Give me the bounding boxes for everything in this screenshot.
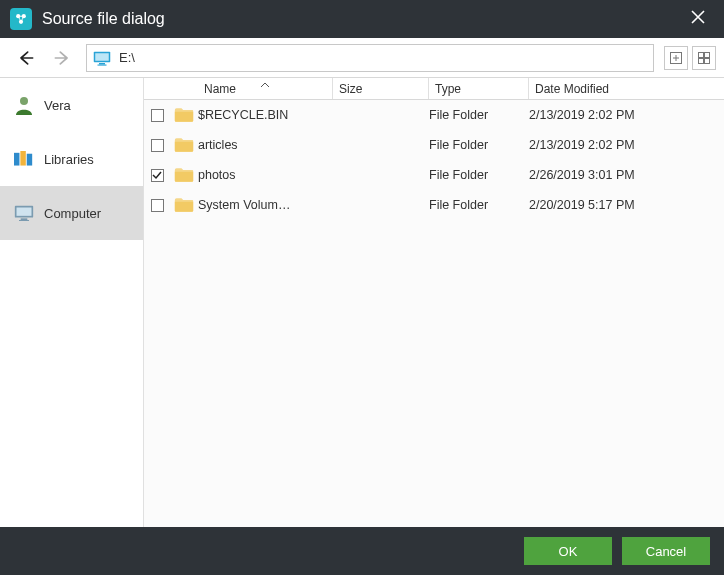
row-checkbox[interactable]	[151, 169, 164, 182]
row-name: $RECYCLE.BIN	[198, 108, 333, 122]
row-type: File Folder	[429, 168, 529, 182]
column-header-checkbox[interactable]	[144, 78, 170, 99]
sidebar-item-computer[interactable]: Computer	[0, 186, 143, 240]
cancel-button[interactable]: Cancel	[622, 537, 710, 565]
svg-rect-6	[98, 64, 107, 65]
row-date: 2/26/2019 3:01 PM	[529, 168, 724, 182]
monitor-icon	[14, 204, 34, 222]
folder-icon	[170, 107, 198, 123]
svg-rect-11	[705, 58, 710, 63]
folder-icon	[170, 167, 198, 183]
row-type: File Folder	[429, 108, 529, 122]
view-mode-button[interactable]	[692, 46, 716, 70]
row-name: articles	[198, 138, 333, 152]
column-header-label: Type	[435, 82, 461, 96]
arrow-right-icon	[52, 48, 72, 68]
svg-point-12	[20, 97, 28, 105]
column-header-label: Date Modified	[535, 82, 609, 96]
svg-rect-10	[699, 58, 704, 63]
svg-rect-4	[95, 53, 109, 61]
sidebar-item-vera[interactable]: Vera	[0, 78, 143, 132]
nav-back-button[interactable]	[12, 44, 40, 72]
folder-icon	[170, 197, 198, 213]
dialog-footer: OK Cancel	[0, 527, 724, 575]
title-bar: Source file dialog	[0, 0, 724, 38]
column-header-name[interactable]: Name	[198, 78, 333, 99]
row-checkbox-cell	[144, 109, 170, 122]
file-list-pane: Name Size Type Date Modified $RECYCLE.BI…	[144, 78, 724, 527]
close-button[interactable]	[682, 10, 714, 28]
sidebar-item-label: Libraries	[44, 152, 94, 167]
column-header-label: Size	[339, 82, 362, 96]
row-checkbox-cell	[144, 199, 170, 212]
dialog-window: Source file dialog E:\	[0, 0, 724, 575]
nav-toolbar: E:\	[0, 38, 724, 78]
svg-rect-9	[705, 52, 710, 57]
row-name: System Volum…	[198, 198, 333, 212]
nav-forward-button[interactable]	[48, 44, 76, 72]
monitor-icon	[93, 51, 111, 65]
svg-rect-5	[99, 63, 105, 65]
row-name: photos	[198, 168, 333, 182]
svg-rect-17	[17, 207, 32, 215]
row-checkbox[interactable]	[151, 199, 164, 212]
column-header-icon	[170, 78, 198, 99]
column-header-row: Name Size Type Date Modified	[144, 78, 724, 100]
plus-box-icon	[670, 52, 682, 64]
svg-rect-19	[19, 220, 29, 221]
table-row[interactable]: System Volum…File Folder2/20/2019 5:17 P…	[144, 190, 724, 220]
row-checkbox[interactable]	[151, 139, 164, 152]
libraries-icon	[14, 150, 34, 168]
row-date: 2/13/2019 2:02 PM	[529, 108, 724, 122]
row-checkbox-cell	[144, 139, 170, 152]
sidebar-item-label: Computer	[44, 206, 101, 221]
svg-rect-18	[21, 218, 28, 220]
sidebar-item-libraries[interactable]: Libraries	[0, 132, 143, 186]
table-row[interactable]: photosFile Folder2/26/2019 3:01 PM	[144, 160, 724, 190]
column-header-type[interactable]: Type	[429, 78, 529, 99]
row-type: File Folder	[429, 138, 529, 152]
svg-rect-13	[14, 153, 19, 166]
column-header-label: Name	[204, 82, 236, 96]
ok-button[interactable]: OK	[524, 537, 612, 565]
row-date: 2/20/2019 5:17 PM	[529, 198, 724, 212]
arrow-left-icon	[16, 48, 36, 68]
path-input[interactable]: E:\	[86, 44, 654, 72]
row-checkbox-cell	[144, 169, 170, 182]
table-row[interactable]: $RECYCLE.BINFile Folder2/13/2019 2:02 PM	[144, 100, 724, 130]
user-icon	[14, 96, 34, 114]
sort-ascending-icon	[260, 77, 270, 91]
svg-rect-14	[20, 151, 25, 166]
row-type: File Folder	[429, 198, 529, 212]
column-header-date[interactable]: Date Modified	[529, 78, 724, 99]
folder-icon	[170, 137, 198, 153]
sidebar-item-label: Vera	[44, 98, 71, 113]
grid-view-icon	[698, 52, 710, 64]
table-row[interactable]: articlesFile Folder2/13/2019 2:02 PM	[144, 130, 724, 160]
column-header-size[interactable]: Size	[333, 78, 429, 99]
row-checkbox[interactable]	[151, 109, 164, 122]
path-text: E:\	[119, 50, 135, 65]
sidebar: Vera Libraries Computer	[0, 78, 144, 527]
svg-rect-15	[27, 154, 32, 166]
row-date: 2/13/2019 2:02 PM	[529, 138, 724, 152]
file-rows-container: $RECYCLE.BINFile Folder2/13/2019 2:02 PM…	[144, 100, 724, 527]
close-icon	[691, 10, 705, 24]
content-area: Vera Libraries Computer Name	[0, 78, 724, 527]
new-folder-button[interactable]	[664, 46, 688, 70]
dialog-title: Source file dialog	[42, 10, 682, 28]
svg-rect-8	[699, 52, 704, 57]
app-icon	[10, 8, 32, 30]
